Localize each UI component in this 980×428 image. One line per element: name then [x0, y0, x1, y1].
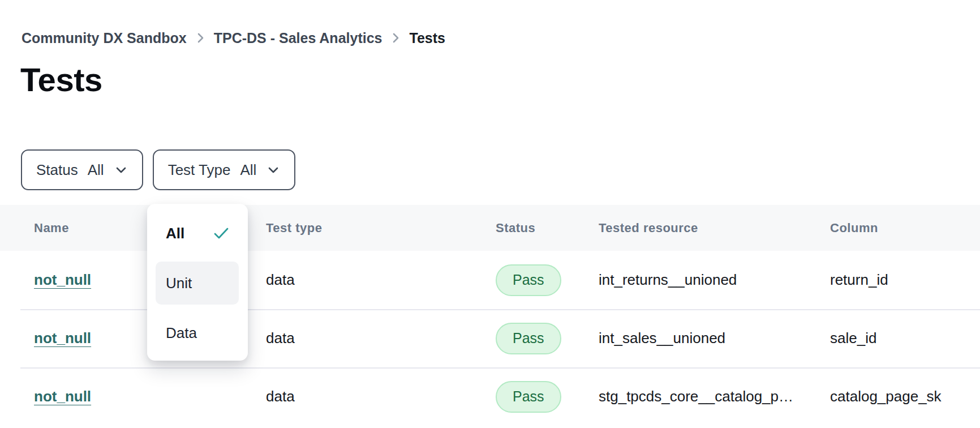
status-badge: Pass: [496, 264, 561, 296]
menu-item-label: Data: [166, 324, 197, 342]
filters-bar: Status All Test Type All: [21, 149, 295, 190]
test-type-cell: data: [266, 388, 496, 405]
menu-item-unit[interactable]: Unit: [156, 262, 239, 305]
tested-resource-cell: int_sales__unioned: [599, 329, 830, 347]
test-name-link[interactable]: not_null: [34, 271, 91, 289]
column-header-test-type: Test type: [266, 221, 496, 236]
status-badge: Pass: [496, 323, 561, 354]
test-type-filter-button[interactable]: Test Type All: [153, 149, 296, 190]
tested-resource-cell: int_returns__unioned: [599, 271, 830, 289]
chevron-down-icon: [115, 165, 127, 174]
breadcrumb-item-tests: Tests: [409, 27, 445, 49]
test-type-filter-value: All: [240, 161, 256, 179]
column-header-status: Status: [496, 221, 599, 236]
test-type-dropdown-menu: All Unit Data: [147, 204, 248, 361]
tested-resource-cell: stg_tpcds_core__catalog_p…: [599, 388, 830, 405]
table-row: not_null data Pass stg_tpcds_core__catal…: [0, 367, 980, 426]
page-title: Tests: [20, 60, 102, 100]
column-cell: sale_id: [830, 329, 980, 347]
status-filter-button[interactable]: Status All: [21, 149, 143, 190]
status-filter-label: Status: [36, 161, 78, 179]
menu-item-data[interactable]: Data: [156, 316, 239, 350]
test-type-filter-label: Test Type: [168, 161, 231, 179]
check-icon: [213, 226, 230, 241]
column-cell: catalog_page_sk: [830, 388, 980, 405]
column-header-column: Column: [830, 221, 980, 236]
chevron-right-icon: [390, 31, 401, 45]
menu-item-label: All: [166, 225, 184, 242]
column-cell: return_id: [830, 271, 980, 289]
column-header-tested-resource: Tested resource: [599, 221, 830, 236]
test-name-link[interactable]: not_null: [34, 388, 91, 405]
breadcrumb-item-environment[interactable]: TPC-DS - Sales Analytics: [214, 27, 382, 49]
status-badge: Pass: [496, 381, 561, 413]
status-filter-value: All: [88, 161, 104, 179]
breadcrumb-item-project[interactable]: Community DX Sandbox: [22, 27, 187, 49]
chevron-right-icon: [195, 31, 206, 45]
breadcrumb: Community DX Sandbox TPC-DS - Sales Anal…: [22, 27, 445, 49]
tests-page: Community DX Sandbox TPC-DS - Sales Anal…: [0, 0, 980, 428]
menu-item-label: Unit: [166, 275, 192, 292]
menu-item-all[interactable]: All: [156, 216, 239, 250]
test-type-cell: data: [266, 329, 496, 347]
chevron-down-icon: [267, 165, 280, 174]
test-name-link[interactable]: not_null: [34, 329, 91, 347]
test-type-cell: data: [266, 271, 496, 289]
